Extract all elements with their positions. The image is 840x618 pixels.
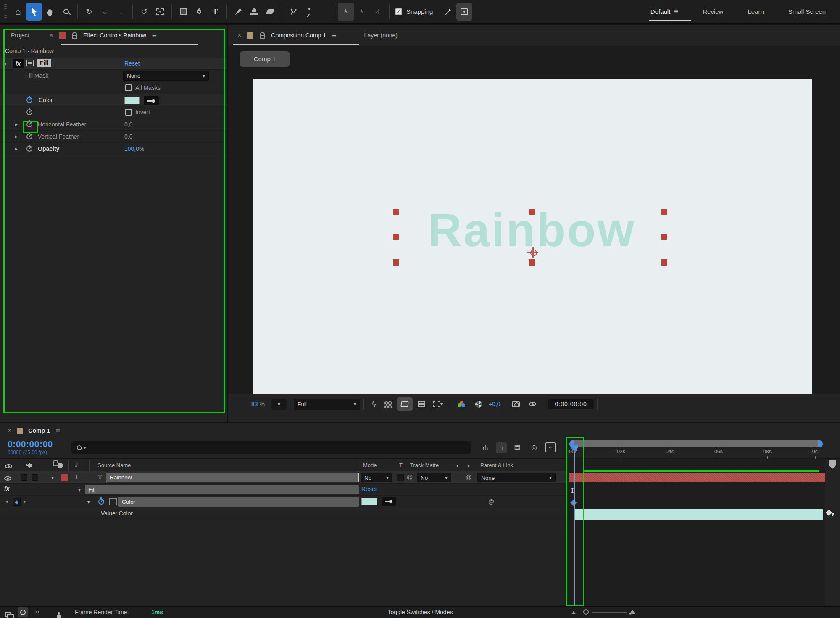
comp-flowchart-button[interactable] — [480, 443, 491, 451]
time-navigator-bar[interactable] — [569, 440, 823, 447]
chevron-right-icon[interactable] — [15, 146, 18, 152]
fast-previews-button[interactable]: ϟ — [367, 400, 381, 409]
next-keyframe-button[interactable] — [24, 500, 26, 504]
color-swatch[interactable] — [361, 498, 377, 505]
track-matte-dropdown[interactable]: No — [417, 473, 451, 482]
property-pickwhip-icon[interactable] — [488, 498, 494, 505]
orbit-camera-tool[interactable] — [81, 3, 97, 21]
snapping-option-2-button[interactable] — [456, 3, 472, 21]
magnification-dropdown[interactable] — [271, 399, 287, 410]
toggle-switches-modes-button[interactable]: Toggle Switches / Modes — [370, 609, 471, 615]
selection-handle[interactable] — [661, 259, 667, 266]
stopwatch-icon[interactable] — [26, 121, 32, 127]
color-keyframe[interactable]: ◆ — [570, 497, 577, 507]
horizontal-feather-value[interactable]: 0,0 — [124, 121, 132, 128]
timeline-zoom-track[interactable] — [592, 612, 627, 613]
panel-menu-icon[interactable] — [56, 426, 61, 435]
view-axis-mode-button[interactable] — [370, 3, 386, 21]
dolly-camera-tool[interactable] — [113, 3, 129, 21]
opacity-value[interactable]: 100,0% — [124, 145, 145, 152]
frame-blending-button[interactable] — [512, 443, 523, 451]
transparency-grid-button[interactable] — [381, 401, 396, 408]
workspace-tab-small-screen[interactable]: Small Screen — [788, 8, 826, 15]
roto-brush-tool[interactable] — [285, 3, 301, 21]
layer-name-field[interactable]: Rainbow — [106, 473, 359, 482]
pen-tool[interactable] — [191, 3, 207, 21]
type-tool[interactable] — [207, 3, 223, 21]
tab-timeline-comp[interactable]: Comp 1 — [28, 427, 50, 434]
panel-menu-icon[interactable] — [152, 31, 157, 40]
clone-stamp-tool[interactable] — [246, 3, 262, 21]
selection-handle[interactable] — [661, 209, 667, 215]
workspace-tab-learn[interactable]: Learn — [748, 8, 764, 15]
unlock-icon[interactable] — [260, 35, 265, 39]
tab-layer[interactable]: Layer (none) — [364, 32, 398, 39]
chevron-down-icon[interactable] — [4, 60, 7, 66]
toolbar-grip[interactable] — [4, 4, 7, 19]
chevron-right-icon[interactable] — [15, 121, 18, 127]
color-value-bar[interactable] — [575, 509, 823, 520]
layer-duration-bar[interactable] — [569, 473, 825, 482]
exposure-value[interactable]: +0,0 — [489, 401, 500, 408]
selection-handle[interactable] — [529, 209, 535, 215]
snapping-checkbox[interactable] — [395, 8, 402, 15]
workspace-tab-review[interactable]: Review — [703, 8, 723, 15]
composition-viewer[interactable]: Rainbow — [253, 79, 812, 394]
magnification-value[interactable]: 83 % — [251, 401, 265, 408]
snapshot-button[interactable] — [508, 401, 524, 407]
parent-pickwhip-icon[interactable] — [466, 474, 471, 481]
chevron-right-icon[interactable] — [15, 134, 18, 139]
workspace-menu-icon[interactable] — [674, 7, 679, 16]
selection-handle[interactable] — [393, 259, 399, 266]
channels-button[interactable] — [453, 401, 470, 408]
workspace-tab-default[interactable]: Default — [650, 7, 678, 16]
resolution-dropdown[interactable]: Full — [294, 399, 360, 410]
panel-menu-icon[interactable] — [332, 31, 337, 40]
effect-row-fill[interactable]: fx Fill Reset — [0, 484, 566, 496]
eraser-tool[interactable] — [262, 3, 278, 21]
hand-tool[interactable] — [42, 3, 58, 21]
layer-expand-chevron[interactable] — [51, 475, 54, 481]
selection-handle[interactable] — [661, 234, 667, 240]
preserve-transparency-box[interactable] — [397, 474, 404, 481]
color-swatch[interactable] — [124, 97, 140, 104]
search-input[interactable] — [71, 441, 471, 454]
selection-handle[interactable] — [393, 234, 399, 240]
mask-visibility-button[interactable] — [397, 397, 413, 411]
comp-marker-bin-icon[interactable] — [829, 460, 836, 469]
region-of-interest-button[interactable] — [413, 401, 429, 407]
column-t[interactable]: T — [399, 462, 403, 468]
rectangle-tool[interactable] — [175, 3, 191, 21]
stopwatch-icon[interactable] — [26, 146, 32, 152]
effect-expand-chevron[interactable] — [78, 487, 81, 493]
stopwatch-icon[interactable] — [26, 134, 32, 139]
expand-layer-switches-button[interactable] — [5, 612, 11, 617]
exposure-button[interactable] — [470, 401, 487, 408]
column-source-name[interactable]: Source Name — [97, 462, 131, 468]
layer-row-rainbow[interactable]: 1 T Rainbow No No None — [0, 471, 566, 484]
expand-render-time-button[interactable] — [56, 612, 62, 618]
solo-toggle-box[interactable] — [32, 474, 38, 481]
close-tab-icon[interactable] — [237, 32, 241, 39]
selection-handle[interactable] — [529, 259, 535, 266]
selection-tool[interactable] — [26, 3, 42, 21]
parent-link-dropdown[interactable]: None — [477, 473, 556, 482]
column-track-matte[interactable]: Track Matte — [410, 462, 439, 468]
eyedropper-button[interactable] — [144, 96, 159, 105]
zoom-out-mountain-icon[interactable] — [571, 611, 576, 614]
property-name-box[interactable]: Color — [118, 497, 359, 507]
selection-handle[interactable] — [393, 209, 399, 215]
reset-button[interactable]: Reset — [361, 486, 377, 492]
layer-mode-dropdown[interactable]: No — [361, 473, 392, 482]
layer-label-color[interactable] — [61, 474, 68, 481]
all-masks-checkbox[interactable] — [125, 84, 132, 91]
layer-visibility-toggle[interactable] — [4, 476, 11, 481]
text-layer-selection[interactable]: Rainbow — [396, 212, 667, 263]
expand-transfer-controls-button[interactable] — [18, 607, 28, 617]
zoom-tool[interactable] — [58, 3, 74, 21]
preview-time-display[interactable]: 0:00:00:00 — [548, 399, 594, 409]
anchor-point-icon[interactable] — [527, 247, 538, 258]
close-tab-icon[interactable] — [8, 427, 11, 434]
invert-stopwatch-icon[interactable] — [26, 109, 32, 115]
property-row-color[interactable]: Color — [0, 496, 566, 508]
